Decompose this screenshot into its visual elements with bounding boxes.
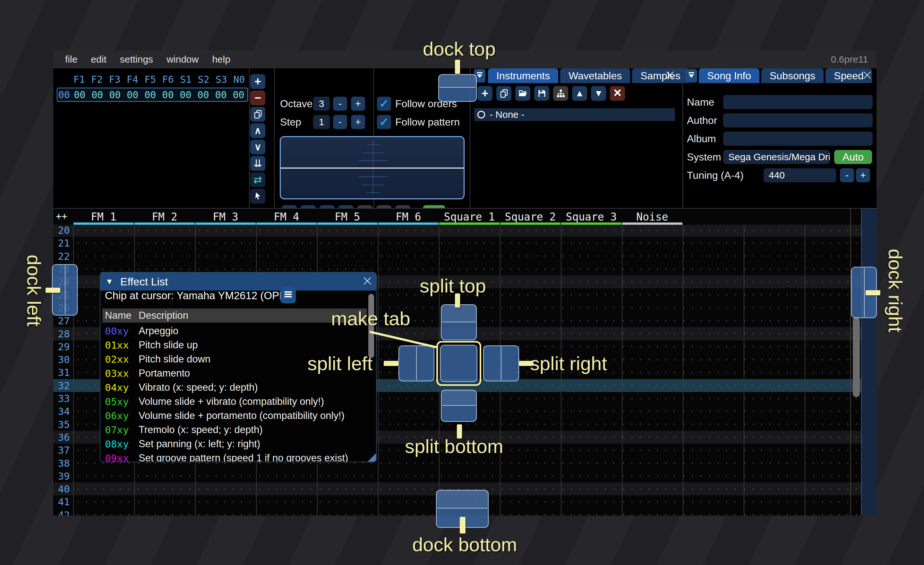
channel-header-square-3[interactable]: Square 3 [561, 210, 622, 223]
pattern-cell[interactable]: · · · · · · · [194, 252, 255, 260]
pattern-cell[interactable]: · · · · · · · [558, 511, 619, 515]
channel-header-fm-4[interactable]: FM 4 [256, 210, 317, 223]
pattern-cell[interactable]: · · · · · · · [801, 330, 861, 338]
pattern-corner-button[interactable]: ++ [56, 210, 68, 222]
pattern-cell[interactable]: · · · · · · · [740, 485, 801, 493]
pattern-cell[interactable]: · · · · · · · [619, 343, 679, 350]
pattern-cell[interactable]: · · · · · · · [558, 239, 619, 247]
pattern-cell[interactable]: · · · · · · · [497, 472, 558, 480]
pattern-cell[interactable]: · · · · · · · [801, 252, 861, 260]
effect-row-06xy[interactable]: 06xyVolume slide + portamento (compatibi… [102, 409, 367, 423]
pattern-cell[interactable]: · · · · · · · [740, 433, 801, 441]
order-move-up-button[interactable]: ∧ [250, 123, 266, 138]
resize-grip[interactable] [368, 453, 376, 461]
pattern-cell[interactable]: · · · · · · · [376, 420, 436, 428]
pattern-cell[interactable]: · · · · · · · [255, 472, 316, 480]
instrument-down-button[interactable]: ▼ [591, 86, 606, 101]
pattern-cell[interactable]: · · · · · · · [436, 265, 497, 273]
pattern-cell[interactable]: · · · · · · · [619, 382, 679, 389]
pattern-cell[interactable]: · · · · · · · [740, 368, 801, 377]
pattern-cell[interactable]: · · · · · · · [134, 226, 194, 234]
order-cell[interactable]: 00 [177, 89, 194, 101]
pattern-cell[interactable]: · · · · · · · [497, 511, 558, 515]
order-cell[interactable]: 00 [159, 89, 177, 101]
effect-list-close-button[interactable] [362, 276, 373, 287]
pattern-cell[interactable]: · · · · · · · [134, 498, 194, 506]
pattern-cell[interactable]: · · · · · · · [740, 252, 801, 260]
effect-row-09xx[interactable]: 09xxSet groove pattern (speed 1 if no gr… [102, 451, 367, 462]
pattern-cell[interactable]: · · · · · · · [376, 239, 436, 247]
pattern-cell[interactable]: · · · · · · · [134, 511, 194, 515]
step-plus-button[interactable]: + [351, 115, 365, 129]
step-minus-button[interactable]: - [333, 115, 347, 129]
pattern-cell[interactable]: · · · · · · · [679, 278, 740, 286]
pattern-cell[interactable]: · · · · · · · [740, 239, 801, 247]
pattern-cell[interactable]: · · · · · · · [801, 459, 861, 467]
pattern-cell[interactable]: · · · · · · · [376, 511, 436, 515]
pattern-cell[interactable]: · · · · · · · [497, 420, 558, 428]
pattern-cell[interactable]: · · · · · · · [740, 356, 801, 364]
pattern-cell[interactable]: · · · · · · · [255, 252, 316, 260]
effect-row-05xy[interactable]: 05xyVolume slide + vibrato (compatibilit… [102, 395, 367, 409]
system-select[interactable]: Sega Genesis/Mega Drive [723, 150, 830, 164]
pattern-cell[interactable]: · · · · · · · [436, 472, 497, 480]
instrument-up-button[interactable]: ▲ [572, 86, 587, 101]
tuning-field[interactable]: 440 [764, 168, 836, 182]
pattern-cell[interactable]: · · · · · · · [740, 472, 801, 480]
pattern-cell[interactable]: · · · · · · · [73, 472, 134, 480]
pattern-cell[interactable]: · · · · · · · [558, 330, 619, 338]
pattern-cell[interactable]: · · · · · · · [376, 395, 436, 403]
channel-header-square-1[interactable]: Square 1 [439, 210, 500, 223]
pattern-cell[interactable]: · · · · · · · [740, 498, 801, 506]
pattern-cell[interactable]: · · · · · · · [497, 459, 558, 467]
pattern-cell[interactable]: · · · · · · · [73, 511, 134, 515]
pattern-cell[interactable]: · · · · · · · [619, 485, 679, 493]
pattern-cell[interactable]: · · · · · · · [801, 343, 861, 350]
octave-plus-button[interactable]: + [351, 97, 365, 111]
channel-header-fm-6[interactable]: FM 6 [378, 210, 439, 223]
pattern-cell[interactable]: · · · · · · · [73, 485, 134, 493]
pattern-cell[interactable]: · · · · · · · [73, 498, 134, 506]
pattern-cell[interactable]: · · · · · · · [679, 420, 740, 428]
split-right-target[interactable] [483, 346, 519, 382]
pattern-cell[interactable]: · · · · · · · [376, 459, 436, 467]
channel-header-fm-1[interactable]: FM 1 [73, 210, 134, 223]
make-tab-target[interactable] [440, 345, 477, 382]
pattern-cell[interactable]: · · · · · · · [497, 433, 558, 441]
pattern-cell[interactable]: · · · · · · · [801, 498, 861, 506]
instrument-tree-button[interactable] [553, 86, 568, 101]
follow-orders-checkbox[interactable]: ✓ [377, 97, 391, 111]
order-move-bottom-button[interactable]: ⇊ [250, 156, 266, 171]
instrument-list-item[interactable]: - None - [474, 108, 675, 121]
pattern-cell[interactable]: · · · · · · · [801, 356, 861, 364]
pattern-cell[interactable]: · · · · · · · [497, 407, 558, 415]
menu-help[interactable]: help [206, 50, 237, 68]
pattern-cell[interactable]: · · · · · · · [679, 368, 740, 377]
instruments-close-button[interactable] [664, 70, 675, 81]
pattern-cell[interactable]: · · · · · · · [740, 291, 801, 299]
pattern-cell[interactable]: · · · · · · · [255, 498, 316, 506]
pattern-cell[interactable]: · · · · · · · [436, 459, 497, 467]
pattern-cell[interactable]: · · · · · · · [134, 252, 194, 260]
pattern-cell[interactable]: · · · · · · · [679, 395, 740, 403]
dock-top-target[interactable] [438, 74, 477, 102]
menu-settings[interactable]: settings [113, 50, 160, 68]
pattern-cell[interactable]: · · · · · · · [619, 330, 679, 338]
pattern-cell[interactable]: · · · · · · · [315, 226, 376, 234]
order-duplicate-button[interactable] [250, 107, 266, 122]
pattern-cell[interactable]: · · · · · · · [740, 382, 801, 389]
menu-window[interactable]: window [160, 50, 206, 68]
song-info-mode-button[interactable] [686, 69, 697, 83]
order-cursor-button[interactable] [250, 189, 266, 204]
pattern-cell[interactable]: · · · · · · · [315, 511, 376, 515]
effect-list-titlebar[interactable]: ▼ Effect List [100, 272, 376, 290]
pattern-cell[interactable]: · · · · · · · [558, 472, 619, 480]
pattern-cell[interactable]: · · · · · · · [619, 472, 679, 480]
pattern-cell[interactable]: · · · · · · · [679, 291, 740, 299]
pattern-cell[interactable]: · · · · · · · [740, 265, 801, 273]
octave-value[interactable]: 3 [313, 97, 330, 111]
pattern-cell[interactable]: · · · · · · · [801, 420, 861, 428]
pattern-cell[interactable]: · · · · · · · [740, 317, 801, 325]
pattern-cell[interactable]: · · · · · · · [619, 420, 679, 428]
pattern-cell[interactable]: · · · · · · · [194, 485, 255, 493]
